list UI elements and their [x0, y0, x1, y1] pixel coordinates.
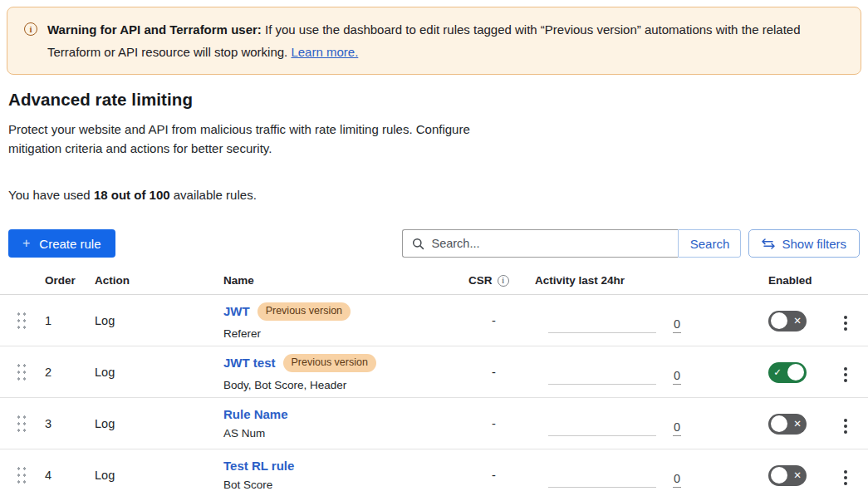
- drag-handle-icon[interactable]: [15, 361, 26, 381]
- activity-cell: 0: [535, 398, 751, 449]
- previous-version-badge: Previous version: [257, 302, 351, 321]
- search-button[interactable]: Search: [678, 229, 741, 258]
- toolbar: + Create rule Search Show filters: [8, 229, 860, 258]
- rule-criteria: Body, Bot Score, Header: [223, 380, 468, 391]
- warning-banner: i Warning for API and Terraform user: If…: [7, 7, 861, 75]
- activity-cell: 0: [535, 449, 751, 496]
- menu-cell: [831, 308, 868, 334]
- activity-sparkline: [548, 370, 656, 385]
- name-cell: JWT test Previous version Body, Bot Scor…: [223, 354, 468, 390]
- rule-name-link[interactable]: JWT: [223, 305, 250, 317]
- action-cell: Log: [95, 469, 223, 482]
- header-order: Order: [45, 274, 95, 287]
- activity-cell: 0: [535, 295, 751, 346]
- kebab-menu-icon[interactable]: [841, 364, 851, 386]
- rule-name-link[interactable]: JWT test: [223, 356, 276, 369]
- name-cell: JWT Previous version Referer: [223, 302, 468, 339]
- show-filters-button[interactable]: Show filters: [748, 229, 860, 258]
- drag-handle-icon[interactable]: [15, 413, 26, 432]
- activity-sparkline: [548, 473, 656, 488]
- enabled-toggle[interactable]: ✓✕: [768, 362, 807, 383]
- enabled-toggle[interactable]: ✓✕: [768, 465, 807, 486]
- rule-name-link[interactable]: Rule Name: [223, 408, 288, 420]
- enabled-toggle[interactable]: ✓✕: [768, 414, 807, 435]
- toggle-thumb: [771, 415, 787, 432]
- activity-sparkline: [548, 421, 656, 436]
- header-csr-label: CSR: [468, 274, 493, 287]
- rule-name-link[interactable]: Test RL rule: [223, 459, 294, 472]
- plus-icon: +: [22, 236, 30, 251]
- handle-cell: [15, 310, 45, 331]
- action-cell: Log: [95, 366, 223, 379]
- order-cell: 2: [45, 366, 95, 379]
- table-row: 4 Log Test RL rule Bot Score - 0 ✓✕: [0, 449, 868, 496]
- toggle-cell: ✓✕: [751, 465, 831, 486]
- activity-sparkline: [548, 318, 656, 333]
- activity-cell: 0: [535, 346, 751, 398]
- rule-criteria: AS Num: [223, 428, 468, 440]
- search-icon: [412, 238, 424, 250]
- usage-text: You have used 18 out of 100 available ru…: [8, 188, 868, 202]
- rule-criteria: Bot Score: [223, 479, 468, 491]
- create-rule-button[interactable]: + Create rule: [8, 229, 115, 258]
- rules-table: Order Action Name CSRi Activity last 24h…: [0, 274, 868, 496]
- activity-count[interactable]: 0: [673, 472, 681, 488]
- enabled-toggle[interactable]: ✓✕: [768, 311, 807, 331]
- usage-suffix: available rules.: [170, 188, 257, 202]
- cross-icon: ✕: [791, 418, 804, 430]
- rule-criteria: Referer: [223, 328, 468, 340]
- header-csr: CSRi: [468, 274, 535, 287]
- page-description: Protect your website and API from malici…: [8, 120, 519, 158]
- warning-title: Warning for API and Terraform user:: [47, 22, 262, 37]
- table-row: 2 Log JWT test Previous version Body, Bo…: [0, 346, 868, 398]
- csr-cell: -: [468, 417, 535, 430]
- kebab-menu-icon[interactable]: [841, 312, 851, 334]
- activity-count[interactable]: 0: [673, 420, 681, 436]
- toggle-cell: ✓✕: [751, 362, 831, 383]
- drag-handle-icon[interactable]: [15, 464, 26, 484]
- table-row: 3 Log Rule Name AS Num - 0 ✓✕: [0, 398, 868, 449]
- header-enabled: Enabled: [751, 274, 831, 287]
- toggle-cell: ✓✕: [751, 414, 831, 435]
- kebab-menu-icon[interactable]: [841, 415, 851, 437]
- learn-more-link[interactable]: Learn more.: [291, 45, 358, 59]
- name-cell: Rule Name AS Num: [223, 408, 468, 440]
- csr-info-icon[interactable]: i: [498, 275, 509, 287]
- menu-cell: [831, 463, 868, 489]
- warning-text: Warning for API and Terraform user: If y…: [47, 18, 836, 63]
- action-cell: Log: [95, 314, 223, 327]
- activity-count[interactable]: 0: [673, 317, 681, 333]
- csr-cell: -: [468, 469, 535, 482]
- show-filters-icon: [762, 238, 775, 249]
- toggle-cell: ✓✕: [751, 311, 831, 331]
- drag-handle-icon[interactable]: [15, 310, 26, 329]
- search-input[interactable]: [431, 237, 678, 250]
- name-cell: Test RL rule Bot Score: [223, 459, 468, 491]
- header-name: Name: [223, 274, 468, 287]
- header-action: Action: [95, 274, 223, 287]
- kebab-menu-icon[interactable]: [841, 467, 851, 489]
- menu-cell: [831, 360, 868, 386]
- show-filters-label: Show filters: [782, 237, 846, 251]
- cross-icon: ✕: [791, 469, 804, 481]
- page-title: Advanced rate limiting: [8, 90, 868, 110]
- check-icon: ✓: [771, 366, 784, 378]
- csr-cell: -: [468, 366, 535, 379]
- create-rule-label: Create rule: [39, 237, 101, 251]
- usage-prefix: You have used: [8, 188, 94, 202]
- previous-version-badge: Previous version: [283, 354, 376, 372]
- cross-icon: ✕: [791, 315, 804, 327]
- warning-info-icon: i: [24, 22, 37, 36]
- activity-count[interactable]: 0: [673, 369, 681, 385]
- csr-cell: -: [468, 314, 535, 327]
- table-header-row: Order Action Name CSRi Activity last 24h…: [0, 274, 868, 295]
- advanced-rate-limiting-page: i Warning for API and Terraform user: If…: [0, 7, 868, 496]
- order-cell: 4: [45, 469, 95, 482]
- toggle-thumb: [771, 467, 787, 484]
- toggle-thumb: [787, 364, 804, 381]
- table-row: 1 Log JWT Previous version Referer - 0 ✓…: [0, 295, 868, 346]
- order-cell: 1: [45, 314, 95, 327]
- usage-count: 18 out of 100: [94, 188, 170, 202]
- menu-cell: [831, 411, 868, 437]
- toggle-thumb: [771, 312, 787, 329]
